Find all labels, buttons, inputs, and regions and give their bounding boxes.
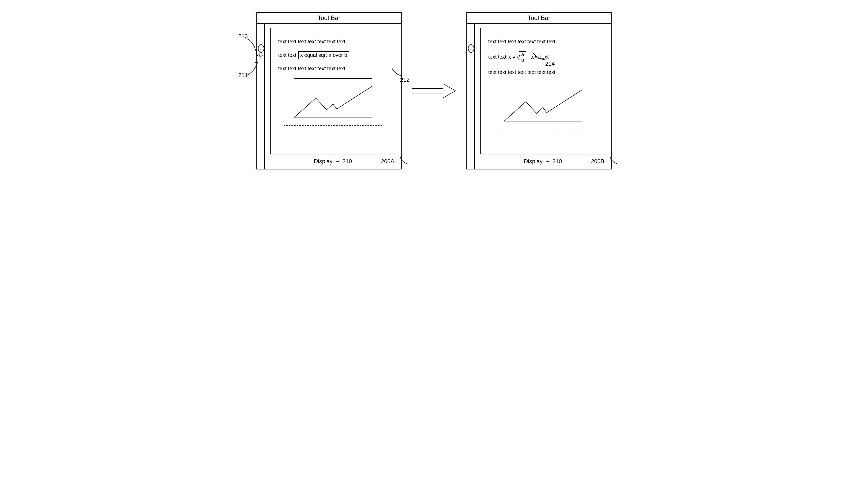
line2-prefix: text text [278,52,296,58]
display-label: Display [314,158,333,165]
arrow-right-icon [412,82,456,100]
page-left: text text text text text text text text … [270,28,395,154]
panel-right-wrap: Tool Bar ✓ text text text text text text… [466,12,612,169]
equation-lhs: x = [508,54,516,60]
fraction-numerator: a [520,52,525,57]
fraction: a b [520,52,525,62]
panel-id-right: 200B [591,158,604,165]
tilde-icon: ∼ [545,158,550,165]
sidebar-right: ✓ [467,24,475,169]
toolbar-label: Tool Bar [318,14,340,21]
line2-suffix: text text [530,54,549,60]
panel-body-right: ✓ text text text text text text text tex… [467,24,611,169]
toolbar-left[interactable]: Tool Bar [257,13,401,24]
main-right: text text text text text text text text … [475,24,611,169]
equation: x = √ a b [508,51,526,62]
chart-left [294,78,372,118]
figure-root: 213 211 Tool Bar ✓ [8,8,860,174]
panel-left-wrap: 213 211 Tool Bar ✓ [256,12,402,169]
divider-dashed [284,125,382,125]
text-line-1: text text text text text text text [488,39,598,45]
toolbar-label: Tool Bar [528,14,550,21]
line2-prefix: text text [488,54,506,60]
check-icon[interactable]: ✓ [258,45,264,53]
display-label: Display [524,158,542,165]
chart-line-icon [504,82,582,121]
ref-211-label: 211 [238,72,248,78]
panel-body-left: ✓ text text text text text text text tex… [257,24,401,169]
panel-right: Tool Bar ✓ text text text text text text… [466,12,612,169]
svg-marker-5 [443,84,456,98]
chart-right [504,82,582,121]
sqrt-icon: √ a b [517,51,526,62]
page-right: text text text text text text text text … [480,28,606,154]
footer-left: Display ∼ 210 200A [270,154,395,169]
divider-dashed [494,129,592,129]
transition-arrow [412,8,456,174]
ref-211: 211 [238,72,248,79]
text-line-2: text text x = √ a b [488,51,598,62]
sidebar-left: ✓ [257,24,265,169]
main-left: text text text text text text text text … [265,24,401,169]
check-icon[interactable]: ✓ [468,45,474,53]
footer-right: Display ∼ 210 200B [480,154,606,169]
panel-left: Tool Bar ✓ text text text text text text… [256,12,402,169]
chart-line-icon [294,79,372,118]
text-line-2: text text x equal sqrt a over b [278,51,388,59]
ref-213-label: 213 [238,33,248,39]
ref-213: 213 [238,33,248,40]
tilde-icon: ∼ [335,158,340,165]
ref-212-label: 212 [400,77,410,83]
svg-rect-0 [260,53,262,56]
text-line-3: text text text text text text text [278,66,388,72]
toolbar-right[interactable]: Tool Bar [467,13,611,24]
text-line-3: text text text text text text text [488,69,598,75]
speech-input-box[interactable]: x equal sqrt a over b [299,51,349,59]
panel-id-left: 200A [381,158,394,165]
text-line-1: text text text text text text text [278,39,388,45]
microphone-icon[interactable] [259,53,263,60]
fraction-denominator: b [520,57,525,62]
display-ref: 210 [553,158,562,165]
display-ref: 210 [342,158,352,165]
